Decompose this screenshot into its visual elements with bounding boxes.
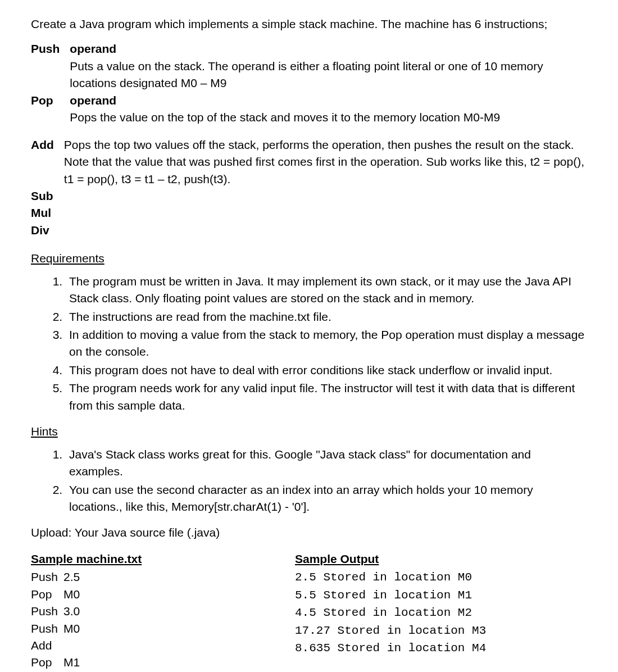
sample-input-header: Sample machine.txt xyxy=(31,551,295,567)
arith-desc: Pops the top two values off the stack, p… xyxy=(64,137,587,188)
div-name: Div xyxy=(31,222,64,239)
sample-output-line: 5.5 Stored in location M1 xyxy=(295,587,559,605)
sub-name: Sub xyxy=(31,188,64,205)
list-item: Java's Stack class works great for this.… xyxy=(66,446,587,480)
sample-input-line: PopM0 xyxy=(31,586,295,603)
sample-output-line: 17.27 Stored in location M3 xyxy=(295,622,559,640)
pop-instruction: Pop operand Pops the value on the top of… xyxy=(31,92,587,126)
intro-text: Create a Java program which implements a… xyxy=(31,16,587,33)
push-desc: Puts a value on the stack. The operand i… xyxy=(70,60,543,89)
list-item: The program must be written in Java. It … xyxy=(66,273,587,307)
sample-input-column: Sample machine.txt Push2.5 PopM0 Push3.0… xyxy=(31,551,295,671)
pop-name: Pop xyxy=(31,92,70,126)
push-body: operand Puts a value on the stack. The o… xyxy=(70,40,587,92)
pop-desc: Pops the value on the top of the stack a… xyxy=(70,111,500,124)
sample-input-line: PopM1 xyxy=(31,654,295,671)
instruction-list: Push operand Puts a value on the stack. … xyxy=(31,40,587,126)
sample-input-line: Add xyxy=(31,637,295,654)
hints-header: Hints xyxy=(31,423,587,440)
list-item: The instructions are read from the machi… xyxy=(66,308,587,325)
push-operand-label: operand xyxy=(70,42,116,55)
sample-output-column: Sample Output 2.5 Stored in location M0 … xyxy=(295,551,559,671)
list-item: In addition to moving a value from the s… xyxy=(66,326,587,361)
sample-output-header: Sample Output xyxy=(295,551,559,567)
pop-body: operand Pops the value on the top of the… xyxy=(70,92,587,126)
pop-operand-label: operand xyxy=(70,94,116,107)
upload-line: Upload: Your Java source file (.java) xyxy=(31,524,587,541)
sample-output-line: 2.5 Stored in location M0 xyxy=(295,569,559,587)
sample-input-line: Push3.0 xyxy=(31,603,295,620)
requirements-header: Requirements xyxy=(31,250,587,267)
requirements-list: The program must be written in Java. It … xyxy=(31,273,587,415)
list-item: You can use the second character as an i… xyxy=(66,482,587,516)
list-item: The program needs work for any valid inp… xyxy=(66,380,587,414)
sample-output-line: 8.635 Stored in location M4 xyxy=(295,639,559,657)
sample-output-line: 4.5 Stored in location M2 xyxy=(295,604,559,622)
push-name: Push xyxy=(31,40,70,92)
list-item: This program does not have to deal with … xyxy=(66,362,587,379)
sample-input-line: Push2.5 xyxy=(31,569,295,585)
push-instruction: Push operand Puts a value on the stack. … xyxy=(31,40,587,92)
add-name: Add xyxy=(31,137,64,188)
document-page: Create a Java program which implements a… xyxy=(0,0,618,672)
hints-list: Java's Stack class works great for this.… xyxy=(31,446,587,516)
sample-input-line: PushM0 xyxy=(31,620,295,637)
arith-instruction-block: Add Pops the top two values off the stac… xyxy=(31,137,587,239)
samples-row: Sample machine.txt Push2.5 PopM0 Push3.0… xyxy=(31,551,587,671)
mul-name: Mul xyxy=(31,205,64,221)
